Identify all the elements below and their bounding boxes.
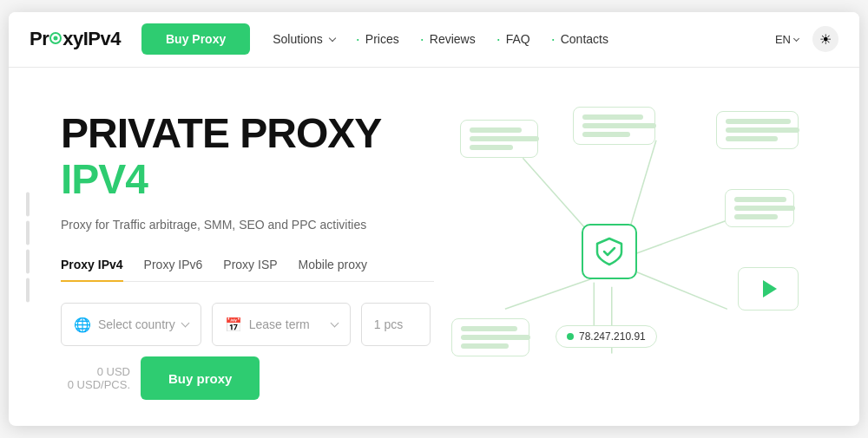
nav-prices-link[interactable]: Prices (356, 30, 399, 49)
tab-proxy-ipv6[interactable]: Proxy IPv6 (144, 258, 203, 282)
tab-proxy-isp[interactable]: Proxy ISP (223, 258, 277, 282)
price-per-pcs-label: 0 USD/PCS. (68, 378, 130, 391)
hero-description: Proxy for Traffic arbitrage, SMM, SEO an… (61, 218, 434, 232)
price-usd-label: 0 USD (97, 365, 130, 378)
svg-line-3 (629, 220, 727, 256)
diagram-card-3 (716, 111, 799, 149)
play-icon (763, 280, 777, 297)
tab-proxy-ipv4[interactable]: Proxy IPv4 (61, 258, 123, 282)
quantity-label: 1 pcs (374, 317, 403, 331)
lease-term-label: Lease term (249, 317, 325, 331)
theme-toggle-button[interactable]: ☀ (812, 26, 838, 52)
diagram-card-1 (460, 120, 538, 158)
tab-mobile-proxy[interactable]: Mobile proxy (299, 258, 367, 282)
solutions-chevron-icon (329, 35, 336, 42)
play-card (738, 267, 799, 311)
country-select[interactable]: 🌐 Select country (61, 303, 201, 346)
lang-label: EN (775, 33, 791, 46)
price-display: 0 USD 0 USD/PCS. (61, 365, 130, 391)
hero-left-content: PRIVATE PROXY IPV4 Proxy for Traffic arb… (61, 102, 434, 401)
diagram-card-5 (451, 318, 529, 356)
ip-address-card: 78.247.210.91 (556, 325, 657, 348)
nav-solutions-link[interactable]: Solutions (267, 32, 335, 46)
lease-term-select[interactable]: 📅 Lease term (212, 303, 351, 346)
hero-title-sub: IPV4 (61, 157, 434, 203)
logo-text-pre: Pr (30, 28, 49, 50)
nav-faq-link[interactable]: FAQ (496, 30, 530, 49)
diagram-card-4 (725, 189, 794, 227)
sun-icon: ☀ (819, 31, 832, 48)
hero-diagram: 78.247.210.91 (434, 102, 807, 401)
logo-text-post: xyIPv4 (62, 28, 121, 50)
ip-address-text: 78.247.210.91 (579, 330, 646, 343)
quantity-field[interactable]: 1 pcs (361, 303, 431, 346)
hero-section: PRIVATE PROXY IPV4 Proxy for Traffic arb… (9, 68, 859, 427)
language-selector[interactable]: EN (775, 33, 799, 46)
proxy-order-form: 🌐 Select country 📅 Lease term 1 pcs 0 US… (61, 303, 434, 400)
calendar-icon: 📅 (225, 317, 242, 333)
diagram-card-2 (573, 107, 655, 145)
lang-chevron-icon (793, 36, 799, 42)
svg-line-4 (629, 269, 727, 309)
shield-card (582, 224, 637, 279)
logo: Pr xyIPv4 (30, 28, 121, 50)
buy-proxy-form-button[interactable]: Buy proxy (141, 356, 260, 400)
country-select-label: Select country (98, 317, 175, 331)
nav-reviews-link[interactable]: Reviews (420, 30, 476, 49)
shield-icon (594, 236, 625, 267)
ip-status-dot (567, 333, 574, 340)
lease-chevron-icon (330, 318, 339, 327)
country-chevron-icon (181, 318, 189, 327)
svg-line-5 (505, 278, 594, 309)
globe-icon: 🌐 (74, 317, 91, 333)
nav-contacts-link[interactable]: Contacts (551, 30, 608, 49)
navbar: Pr xyIPv4 Buy Proxy Solutions Prices Rev… (9, 12, 859, 68)
browser-frame: Pr xyIPv4 Buy Proxy Solutions Prices Rev… (9, 12, 859, 427)
svg-line-1 (629, 141, 656, 229)
buy-proxy-nav-button[interactable]: Buy Proxy (141, 23, 250, 55)
nav-right: EN ☀ (775, 26, 838, 52)
hero-stripes-decoration (26, 192, 30, 302)
nav-links: Solutions Prices Reviews FAQ Contacts (267, 30, 775, 49)
hero-title-main: PRIVATE PROXY (61, 111, 434, 157)
logo-circle-icon (49, 32, 62, 44)
proxy-type-tabs: Proxy IPv4 Proxy IPv6 Proxy ISP Mobile p… (61, 258, 434, 282)
